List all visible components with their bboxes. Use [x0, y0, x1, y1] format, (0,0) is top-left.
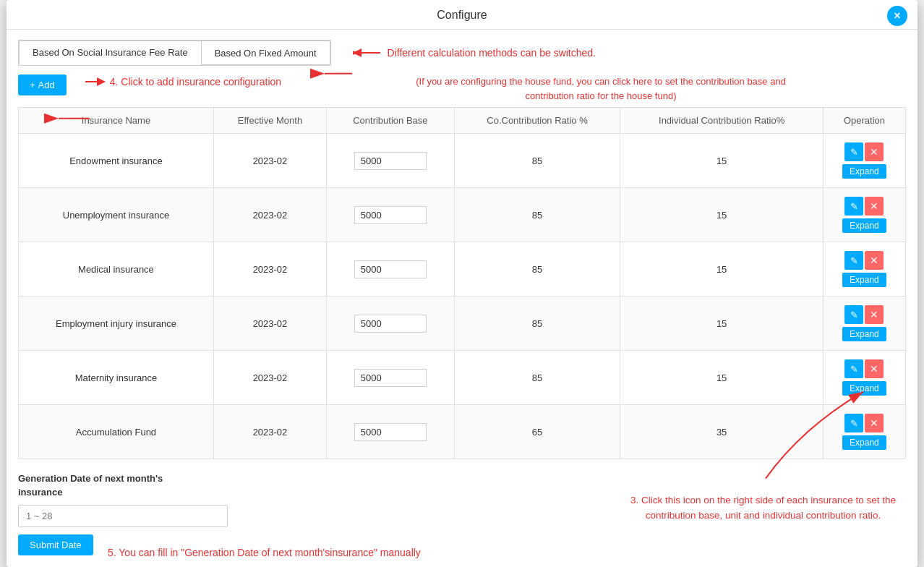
expand-button[interactable]: Expand: [842, 381, 886, 396]
bottom-annotation-text: 5. You can fill in "Generation Date of n…: [108, 547, 421, 558]
submit-date-button[interactable]: Submit Date: [18, 534, 93, 555]
add-button[interactable]: + Add: [18, 74, 67, 95]
cell-co-ratio: 85: [454, 134, 620, 188]
bottom-area: Generation Date of next month's insuranc…: [7, 459, 917, 566]
edit-button[interactable]: ✎: [844, 142, 863, 161]
base-input[interactable]: [354, 315, 427, 333]
close-button[interactable]: ×: [887, 6, 907, 26]
add-annotation-area: 4. Click to add insurance configuration: [84, 74, 281, 89]
col-effective-month: Effective Month: [213, 108, 326, 134]
cell-co-ratio: 65: [454, 405, 620, 459]
op-row: ✎ ✕: [844, 251, 884, 270]
cell-co-ratio: 85: [454, 242, 620, 297]
add-label: Add: [38, 80, 55, 90]
expand-button[interactable]: Expand: [842, 273, 886, 287]
add-icon: +: [30, 80, 35, 90]
cell-base: [327, 188, 455, 242]
expand-button[interactable]: Expand: [842, 327, 886, 341]
svg-marker-6: [353, 48, 362, 57]
col-ind-ratio: Individual Contribution Ratio%: [620, 108, 824, 134]
cell-name: Endowment insurance: [19, 134, 214, 188]
op-buttons: ✎ ✕ Expand: [829, 305, 899, 341]
expand-button[interactable]: Expand: [842, 164, 886, 179]
delete-button[interactable]: ✕: [865, 197, 884, 216]
cell-operation: ✎ ✕ Expand: [823, 351, 905, 405]
col-co-ratio: Co.Contribution Ratio %: [454, 108, 620, 134]
expand-button[interactable]: Expand: [842, 218, 886, 233]
cell-base: [327, 351, 455, 405]
cell-month: 2023-02: [213, 405, 326, 459]
table-row: Employment injury insurance 2023-02 85 1…: [19, 297, 906, 351]
modal-title: Configure: [437, 9, 487, 21]
op-row: ✎ ✕: [844, 359, 884, 378]
cell-month: 2023-02: [213, 242, 326, 297]
house-fund-annotation: (If you are configuring the house fund, …: [296, 74, 906, 103]
base-input[interactable]: [354, 260, 427, 278]
op-buttons: ✎ ✕ Expand: [829, 359, 899, 396]
col-insurance-name: Insurance Name: [19, 108, 214, 134]
delete-button[interactable]: ✕: [865, 142, 884, 161]
edit-button[interactable]: ✎: [844, 414, 863, 432]
cell-base: [327, 242, 455, 297]
base-input[interactable]: [354, 206, 427, 224]
tab-arrow-icon: [353, 46, 382, 60]
cell-operation: ✎ ✕ Expand: [823, 405, 905, 459]
tab-social-insurance[interactable]: Based On Social Insurance Fee Rate: [19, 40, 201, 65]
cell-operation: ✎ ✕ Expand: [823, 134, 905, 188]
cell-operation: ✎ ✕ Expand: [823, 188, 905, 242]
base-input[interactable]: [354, 423, 427, 441]
base-input[interactable]: [354, 369, 427, 387]
cell-base: [327, 134, 455, 188]
delete-button[interactable]: ✕: [865, 414, 884, 432]
op-row: ✎ ✕: [844, 142, 884, 161]
generation-date-section: Generation Date of next month's insuranc…: [18, 472, 249, 555]
tabs-container: Based On Social Insurance Fee Rate Based…: [18, 40, 331, 66]
cell-base: [327, 405, 455, 459]
add-arrow-icon: [84, 74, 106, 89]
expand-button[interactable]: Expand: [842, 435, 886, 450]
table-header-row: Insurance Name Effective Month Contribut…: [19, 108, 906, 134]
cell-co-ratio: 85: [454, 297, 620, 351]
table-row: Endowment insurance 2023-02 85 15 ✎ ✕ Ex…: [19, 134, 906, 188]
delete-button[interactable]: ✕: [865, 305, 884, 324]
cell-month: 2023-02: [213, 188, 326, 242]
cell-co-ratio: 85: [454, 351, 620, 405]
cell-ind-ratio: 15: [620, 297, 824, 351]
col-operation: Operation: [823, 108, 905, 134]
cell-co-ratio: 85: [454, 188, 620, 242]
delete-button[interactable]: ✕: [865, 359, 884, 378]
close-icon: ×: [894, 9, 900, 22]
op-row: ✎ ✕: [844, 197, 884, 216]
tab-annotation-area: Different calculation methods can be swi…: [353, 46, 596, 60]
modal-header: Configure ×: [7, 0, 917, 30]
cell-ind-ratio: 15: [620, 351, 824, 405]
delete-button[interactable]: ✕: [865, 251, 884, 270]
configure-modal: Configure × Based On Social Insurance Fe…: [7, 0, 917, 566]
expand-annotation: 3. Click this icon on the right side of …: [630, 493, 896, 524]
edit-button[interactable]: ✎: [844, 305, 863, 324]
tab-fixed-amount[interactable]: Based On Fixed Amount: [201, 40, 330, 65]
cell-ind-ratio: 35: [620, 405, 824, 459]
op-buttons: ✎ ✕ Expand: [829, 251, 899, 287]
op-row: ✎ ✕: [844, 305, 884, 324]
table-row: Maternity insurance 2023-02 85 15 ✎ ✕ Ex…: [19, 351, 906, 405]
cell-operation: ✎ ✕ Expand: [823, 242, 905, 297]
op-row: ✎ ✕: [844, 414, 884, 432]
cell-name: Employment injury insurance: [19, 297, 214, 351]
edit-button[interactable]: ✎: [844, 359, 863, 378]
gen-date-input[interactable]: [18, 505, 228, 527]
table-row: Unemployment insurance 2023-02 85 15 ✎ ✕…: [19, 188, 906, 242]
base-input[interactable]: [354, 152, 427, 170]
edit-button[interactable]: ✎: [844, 251, 863, 270]
table-row: Medical insurance 2023-02 85 15 ✎ ✕ Expa…: [19, 242, 906, 297]
cell-name: Medical insurance: [19, 242, 214, 297]
cell-ind-ratio: 15: [620, 188, 824, 242]
add-annotation-text: 4. Click to add insurance configuration: [110, 76, 281, 88]
cell-name: Maternity insurance: [19, 351, 214, 405]
table-row: Accumulation Fund 2023-02 65 35 ✎ ✕ Expa…: [19, 405, 906, 459]
edit-button[interactable]: ✎: [844, 197, 863, 216]
op-buttons: ✎ ✕ Expand: [829, 414, 899, 450]
cell-month: 2023-02: [213, 351, 326, 405]
cell-base: [327, 297, 455, 351]
cell-name: Accumulation Fund: [19, 405, 214, 459]
